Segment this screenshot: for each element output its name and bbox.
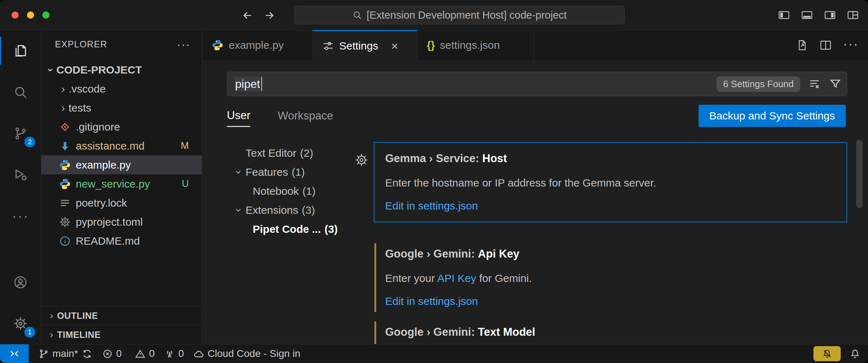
command-center-title: [Extension Development Host] code-projec…: [367, 9, 567, 21]
ports-count: 0: [178, 348, 184, 359]
warning-icon: [135, 348, 146, 359]
lock-file-icon: [59, 197, 71, 209]
setting-category: Google › Gemini:: [385, 326, 475, 338]
toc-text-editor[interactable]: Text Editor (2): [233, 143, 362, 162]
activity-run-debug[interactable]: [0, 154, 41, 195]
tab-example-py[interactable]: example.py: [202, 30, 313, 60]
tab-user-settings[interactable]: User: [227, 105, 250, 127]
cloud-code-item[interactable]: Cloud Code - Sign in: [193, 348, 300, 359]
minimize-window-button[interactable]: [27, 11, 34, 19]
tree-root-code-project[interactable]: › CODE-PROJECT: [41, 60, 202, 79]
editor-group: example.py Settings × {} settings.json: [202, 30, 868, 344]
more-actions-icon[interactable]: ···: [177, 42, 190, 46]
timeline-section-header[interactable]: › TIMELINE: [41, 325, 202, 344]
tree-item-label: assistance.md: [76, 140, 145, 152]
tab-workspace-settings[interactable]: Workspace: [277, 105, 333, 127]
tab-settings[interactable]: Settings ×: [313, 30, 417, 60]
titlebar: [Extension Development Host] code-projec…: [0, 0, 868, 30]
toc-count: (3): [325, 223, 338, 235]
tree-item-example-py[interactable]: example.py: [41, 155, 202, 174]
chevron-down-icon: ›: [233, 204, 245, 217]
remote-indicator[interactable]: [0, 344, 29, 363]
tree-item-poetry-lock[interactable]: poetry.lock: [41, 193, 202, 212]
settings-scrollbar[interactable]: [856, 140, 863, 208]
chevron-right-icon: ›: [46, 329, 57, 340]
forward-button[interactable]: [263, 9, 276, 22]
toc-features[interactable]: › Features (1): [233, 162, 362, 182]
split-editor-button[interactable]: [819, 39, 832, 52]
panel-bottom-icon: [801, 9, 813, 22]
toml-gear-icon: [59, 216, 71, 228]
tree-item-gitignore[interactable]: .gitignore: [41, 117, 202, 136]
problems-item[interactable]: 0 0: [102, 348, 155, 359]
json-braces-icon: {}: [427, 39, 435, 51]
zoom-window-button[interactable]: [42, 11, 50, 19]
back-button[interactable]: [241, 9, 253, 22]
layout-controls: [778, 9, 859, 22]
edit-in-settings-json-link[interactable]: Edit in settings.json: [385, 294, 836, 308]
activity-explorer[interactable]: [0, 30, 41, 71]
edit-in-settings-json-link[interactable]: Edit in settings.json: [385, 199, 836, 213]
activity-spacer: [0, 236, 41, 261]
tree-item-assistance-md[interactable]: assistance.md M: [41, 136, 202, 155]
toc-notebook[interactable]: Notebook (1): [233, 182, 362, 201]
activity-accounts[interactable]: [0, 261, 41, 303]
close-window-button[interactable]: [11, 11, 19, 19]
more-actions-button[interactable]: ···: [843, 41, 859, 50]
toc-extensions[interactable]: › Extensions (3): [233, 201, 362, 220]
remote-icon: [9, 348, 20, 359]
setting-google-gemini-text-model[interactable]: Google › Gemini: Text Model: [374, 316, 847, 344]
setting-gemma-service-host[interactable]: Gemma › Service: Host Enter the hostname…: [374, 142, 847, 222]
cloud-icon: [193, 348, 204, 359]
radio-tower-icon: [164, 348, 175, 359]
activity-source-control[interactable]: 2: [0, 113, 41, 154]
tab-settings-json[interactable]: {} settings.json: [417, 30, 534, 60]
traffic-lights: [11, 11, 50, 19]
setting-description: Enter the hostname or IP address for the…: [385, 175, 836, 191]
files-icon: [13, 43, 28, 58]
branch-item[interactable]: main*: [38, 348, 93, 359]
toc-label: Pipet Code ...: [253, 223, 321, 235]
do-not-disturb-button[interactable]: [813, 346, 841, 361]
tree-item-tests[interactable]: › tests: [41, 98, 202, 117]
python-file-icon: [59, 178, 71, 190]
activity-bar: 2 ··· 1: [0, 30, 41, 344]
notifications-button[interactable]: [849, 348, 861, 359]
toc-label: Extensions: [246, 204, 298, 216]
tree-item-pyproject-toml[interactable]: pyproject.toml: [41, 212, 202, 231]
more-icon: ···: [843, 37, 859, 52]
close-icon[interactable]: ×: [391, 41, 398, 51]
toc-label: Features: [246, 166, 288, 178]
ports-item[interactable]: 0: [164, 348, 184, 359]
filter-button[interactable]: [829, 77, 842, 90]
toggle-primary-sidebar-button[interactable]: [778, 9, 790, 22]
backup-sync-settings-button[interactable]: Backup and Sync Settings: [699, 105, 846, 127]
status-bar: main* 0 0 0 Cloud Code - Sign in: [0, 344, 868, 363]
setting-gear-icon[interactable]: [354, 153, 369, 167]
settings-search-input[interactable]: pipet 6 Settings Found: [227, 72, 847, 96]
open-settings-json-button[interactable]: [795, 39, 808, 52]
activity-search[interactable]: [0, 71, 41, 113]
toc-pipet-code[interactable]: Pipet Code ... (3): [233, 220, 362, 239]
tree-item-readme-md[interactable]: README.md: [41, 231, 202, 250]
error-count: 0: [116, 348, 122, 359]
sync-icon: [81, 348, 93, 359]
panel-left-icon: [778, 9, 790, 22]
tree-item-new-service-py[interactable]: new_service.py U: [41, 174, 202, 193]
activity-more[interactable]: ···: [0, 195, 41, 236]
customize-layout-button[interactable]: [846, 9, 859, 22]
toggle-secondary-sidebar-button[interactable]: [823, 9, 836, 22]
settings-sliders-icon: [322, 40, 334, 52]
account-icon: [13, 275, 28, 290]
settings-badge: 1: [24, 327, 35, 338]
activity-settings[interactable]: 1: [0, 303, 41, 344]
setting-google-gemini-api-key[interactable]: Google › Gemini: Api Key Enter your API …: [374, 237, 847, 318]
git-file-icon: [59, 121, 71, 133]
toggle-panel-button[interactable]: [801, 9, 813, 22]
clear-search-button[interactable]: [808, 77, 821, 90]
text-caret: [261, 77, 262, 91]
command-center[interactable]: [Extension Development Host] code-projec…: [294, 6, 625, 24]
api-key-link[interactable]: API Key: [437, 272, 476, 284]
tree-item-vscode[interactable]: › .vscode: [41, 79, 202, 98]
outline-section-header[interactable]: › OUTLINE: [41, 306, 202, 325]
